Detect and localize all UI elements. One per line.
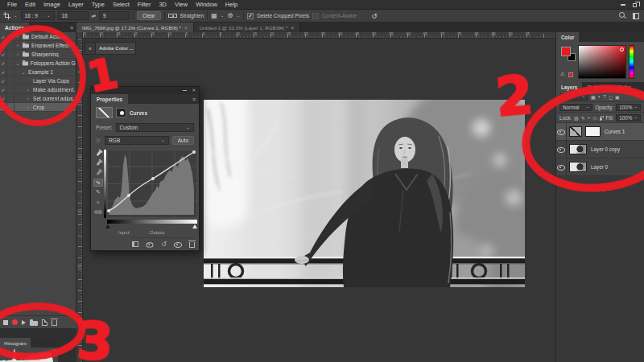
restore-icon[interactable]	[633, 3, 637, 7]
action-row-crop-selected[interactable]: ✓ › Crop	[0, 103, 76, 112]
action-row-layer-via-copy[interactable]: ✓ Layer Via Copy	[0, 76, 76, 85]
refresh-histogram-icon[interactable]: ↻	[53, 348, 57, 353]
tab-properties[interactable]: Properties	[91, 94, 128, 104]
action-row-default-actions[interactable]: ✓ › Default Actions	[0, 32, 76, 41]
curves-graph[interactable]	[107, 150, 197, 218]
delete-action-icon[interactable]	[52, 320, 57, 326]
action-enabled-check-icon[interactable]: ✓	[0, 32, 7, 40]
layer-name[interactable]: Curves 1	[605, 129, 625, 134]
smooth-curve-icon[interactable]: ≈	[93, 198, 103, 206]
photo-canvas-image[interactable]	[204, 100, 525, 287]
curve-point-tool-icon[interactable]: ∿	[93, 179, 103, 187]
gray-point-eyedropper-icon[interactable]	[93, 159, 103, 167]
lock-transparency-icon[interactable]: ▨	[574, 115, 579, 121]
saturation-brightness-box[interactable]	[578, 45, 626, 79]
highlight-slider[interactable]	[192, 224, 197, 228]
action-enabled-check-icon[interactable]: ✓	[0, 103, 7, 111]
overlay-grid-icon[interactable]: ▦	[211, 12, 217, 19]
layer-mask-thumbnail[interactable]	[585, 126, 601, 137]
menu-window[interactable]: Window	[192, 1, 221, 8]
lock-pixels-icon[interactable]: ✎	[581, 115, 585, 121]
visibility-eye-icon[interactable]	[174, 241, 182, 248]
action-enabled-check-icon[interactable]: ✓	[0, 94, 7, 102]
curves-adjustment-thumbnail[interactable]	[569, 126, 582, 137]
layer-visibility-toggle[interactable]	[556, 158, 567, 175]
close-tab-icon[interactable]: ×	[184, 25, 188, 31]
new-action-icon[interactable]	[42, 319, 47, 326]
expander-icon[interactable]: ›	[14, 34, 21, 39]
pencil-tool-icon[interactable]: ✎	[93, 188, 103, 196]
lock-artboard-icon[interactable]: ▭	[592, 115, 597, 121]
filter-type-layers-icon[interactable]: T	[603, 94, 606, 99]
collapse-panel-icon[interactable]	[183, 90, 187, 92]
filter-adjustment-layers-icon[interactable]: ◐	[598, 94, 601, 99]
expander-icon[interactable]: ›	[14, 51, 21, 56]
close-icon[interactable]: ✕	[192, 88, 196, 93]
reset-tool-icon[interactable]: ↺	[371, 12, 378, 20]
targeted-adjustment-icon[interactable]: ☞	[96, 137, 101, 144]
black-point-eyedropper-icon[interactable]	[93, 150, 103, 158]
hue-slider[interactable]	[629, 45, 634, 79]
filter-pixel-layers-icon[interactable]: ▦	[591, 94, 596, 100]
action-enabled-check-icon[interactable]: ✓	[0, 59, 7, 67]
action-dialog-toggle[interactable]	[7, 41, 14, 49]
action-dialog-toggle[interactable]	[7, 68, 14, 76]
delete-adjustment-icon[interactable]	[189, 242, 195, 248]
swap-ratio-icon[interactable]: ⇄	[92, 13, 96, 19]
expander-icon[interactable]: ⌄	[20, 69, 27, 75]
action-dialog-toggle[interactable]	[7, 59, 14, 67]
preset-select[interactable]: Custom ⌄	[116, 123, 194, 132]
menu-image[interactable]: Image	[39, 1, 64, 8]
white-point-eyedropper-icon[interactable]	[93, 169, 103, 177]
filter-kind-select[interactable]: ⌄	[559, 93, 588, 101]
layer-name[interactable]: Layer 0	[591, 164, 608, 170]
tab-color[interactable]: Color	[556, 32, 579, 42]
expander-icon[interactable]: ›	[25, 96, 31, 101]
new-set-folder-icon[interactable]	[30, 321, 38, 326]
straighten-label[interactable]: Straighten	[180, 13, 204, 19]
expander-icon[interactable]: ›	[25, 87, 31, 92]
document-tab-inactive[interactable]: Untitled-1 @ 33.3% (Layer 1, RGB/8#) * ×	[194, 23, 301, 32]
shadow-slider[interactable]	[105, 224, 110, 228]
action-row-make-adjustment[interactable]: ✓ › Make adjustment...	[0, 85, 76, 94]
previous-state-eye-icon[interactable]	[147, 241, 154, 247]
action-dialog-toggle[interactable]	[7, 85, 14, 93]
layer-thumbnail[interactable]	[569, 162, 587, 172]
gamut-color-chip[interactable]	[568, 72, 573, 77]
menu-layer[interactable]: Layer	[64, 1, 88, 8]
stop-icon[interactable]	[3, 320, 8, 325]
layer-visibility-toggle[interactable]	[556, 123, 567, 140]
play-icon[interactable]	[22, 320, 26, 325]
action-row-engraved-effect[interactable]: ✓ › Engraved Effect	[0, 41, 76, 50]
menu-help[interactable]: Help	[221, 1, 242, 8]
panel-menu-icon[interactable]: ≡	[70, 25, 76, 31]
menu-file[interactable]: File	[3, 1, 21, 8]
delete-cropped-pixels-checkbox[interactable]: ✓	[247, 13, 254, 19]
action-enabled-check-icon[interactable]: ✓	[0, 41, 7, 49]
blend-mode-select[interactable]: Normal ⌄	[559, 104, 592, 111]
menu-edit[interactable]: Edit	[21, 1, 39, 8]
tab-actions[interactable]: Actions	[0, 23, 29, 32]
menu-view[interactable]: View	[171, 1, 192, 8]
canvas-area[interactable]: « Adobe Color ...	[83, 39, 555, 362]
filter-shape-layers-icon[interactable]: ◻	[609, 94, 613, 100]
layer-thumbnail[interactable]	[569, 144, 587, 154]
layer-row-layer-0-copy[interactable]: Layer 0 copy	[556, 141, 644, 158]
action-enabled-check-icon[interactable]: ✓	[0, 50, 7, 58]
channel-select[interactable]: RGB ⌄	[105, 136, 168, 145]
adobe-color-panel-button[interactable]: « Adobe Color ...	[85, 42, 136, 55]
action-dialog-toggle[interactable]	[7, 50, 14, 58]
clear-button[interactable]: Clear	[137, 11, 161, 20]
properties-titlebar[interactable]: ✕	[91, 87, 199, 94]
action-enabled-check-icon[interactable]: ✓	[0, 68, 7, 76]
tool-preset-caret-icon[interactable]: ⌄	[14, 14, 18, 19]
minimize-icon[interactable]	[621, 4, 625, 6]
action-row-fstoppers-set[interactable]: ✓ ⌄ Fstoppers Action Gu...	[0, 59, 76, 68]
tab-paths[interactable]: Paths	[613, 82, 636, 92]
reset-adjustment-icon[interactable]: ↺	[161, 241, 167, 248]
crop-options-gear-icon[interactable]: ⚙	[227, 12, 233, 19]
layer-row-layer-0[interactable]: Layer 0	[556, 158, 644, 176]
action-dialog-toggle[interactable]	[7, 32, 14, 40]
layer-name[interactable]: Layer 0 copy	[591, 146, 620, 152]
workspace-icon[interactable]	[633, 13, 639, 19]
